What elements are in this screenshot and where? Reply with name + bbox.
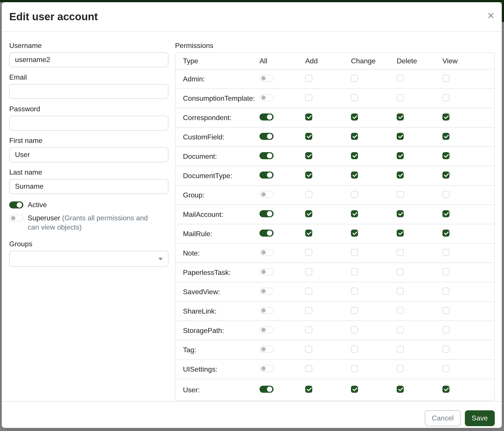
view-checkbox[interactable]: [442, 74, 450, 81]
cancel-button[interactable]: Cancel: [425, 410, 461, 426]
delete-checkbox[interactable]: [397, 210, 404, 217]
delete-checkbox[interactable]: [397, 307, 404, 314]
add-checkbox[interactable]: [305, 326, 312, 333]
change-checkbox[interactable]: [351, 74, 358, 81]
last-name-field[interactable]: [9, 179, 168, 194]
add-checkbox[interactable]: [305, 152, 312, 159]
delete-checkbox[interactable]: [397, 171, 404, 178]
change-checkbox[interactable]: [351, 229, 358, 236]
view-checkbox[interactable]: [442, 229, 450, 236]
add-checkbox[interactable]: [305, 74, 312, 81]
all-toggle[interactable]: [260, 171, 274, 178]
add-checkbox[interactable]: [305, 229, 312, 236]
view-checkbox[interactable]: [442, 287, 450, 295]
username-input[interactable]: [9, 52, 168, 67]
save-button[interactable]: Save: [465, 410, 495, 426]
all-toggle[interactable]: [260, 365, 274, 372]
delete-checkbox[interactable]: [397, 268, 404, 275]
view-checkbox[interactable]: [442, 307, 450, 314]
change-checkbox[interactable]: [351, 249, 358, 256]
change-checkbox[interactable]: [351, 345, 358, 352]
delete-checkbox[interactable]: [397, 191, 404, 198]
all-toggle[interactable]: [260, 307, 274, 314]
delete-checkbox[interactable]: [397, 229, 404, 236]
superuser-toggle[interactable]: [9, 215, 23, 222]
add-checkbox[interactable]: [305, 268, 312, 275]
change-checkbox[interactable]: [351, 191, 358, 198]
all-toggle[interactable]: [260, 229, 274, 236]
view-checkbox[interactable]: [442, 345, 450, 352]
add-checkbox[interactable]: [305, 249, 312, 256]
change-checkbox[interactable]: [351, 210, 358, 217]
view-checkbox[interactable]: [442, 94, 450, 101]
add-checkbox[interactable]: [305, 287, 312, 295]
change-checkbox[interactable]: [351, 365, 358, 372]
change-checkbox[interactable]: [351, 133, 358, 140]
password-field[interactable]: [9, 116, 168, 131]
delete-checkbox[interactable]: [397, 287, 404, 295]
change-checkbox[interactable]: [351, 113, 358, 120]
add-checkbox[interactable]: [305, 171, 312, 178]
first-name-field[interactable]: [9, 147, 168, 162]
permission-row-admin: Admin:: [175, 69, 494, 88]
add-checkbox[interactable]: [305, 113, 312, 120]
delete-checkbox[interactable]: [397, 365, 404, 372]
close-icon[interactable]: ✕: [485, 10, 496, 22]
add-checkbox[interactable]: [305, 345, 312, 352]
add-checkbox[interactable]: [305, 210, 312, 217]
add-checkbox[interactable]: [305, 386, 312, 393]
view-checkbox[interactable]: [442, 133, 450, 140]
delete-checkbox[interactable]: [397, 386, 404, 393]
view-checkbox[interactable]: [442, 326, 450, 333]
all-toggle[interactable]: [260, 326, 274, 333]
all-toggle[interactable]: [260, 152, 274, 159]
view-checkbox[interactable]: [442, 210, 450, 217]
view-checkbox[interactable]: [442, 365, 450, 372]
change-checkbox[interactable]: [351, 307, 358, 314]
view-checkbox[interactable]: [442, 171, 450, 178]
delete-checkbox[interactable]: [397, 249, 404, 256]
permissions-table: Type All Add Change Delete View Admin:Co…: [175, 52, 495, 401]
all-toggle[interactable]: [260, 74, 274, 81]
view-checkbox[interactable]: [442, 249, 450, 256]
delete-checkbox[interactable]: [397, 326, 404, 333]
change-checkbox[interactable]: [351, 287, 358, 295]
change-checkbox[interactable]: [351, 171, 358, 178]
all-toggle[interactable]: [260, 210, 274, 217]
view-checkbox[interactable]: [442, 113, 450, 120]
view-checkbox[interactable]: [442, 191, 450, 198]
all-toggle[interactable]: [260, 94, 274, 101]
add-checkbox[interactable]: [305, 94, 312, 101]
view-checkbox[interactable]: [442, 152, 450, 159]
all-toggle[interactable]: [260, 386, 274, 393]
add-checkbox[interactable]: [305, 307, 312, 314]
delete-checkbox[interactable]: [397, 74, 404, 81]
all-toggle[interactable]: [260, 113, 274, 120]
add-checkbox[interactable]: [305, 191, 312, 198]
all-toggle[interactable]: [260, 287, 274, 295]
delete-checkbox[interactable]: [397, 152, 404, 159]
add-checkbox[interactable]: [305, 365, 312, 372]
all-toggle[interactable]: [260, 191, 274, 198]
active-toggle[interactable]: [9, 201, 23, 208]
change-checkbox[interactable]: [351, 268, 358, 275]
groups-select[interactable]: [9, 251, 168, 267]
delete-checkbox[interactable]: [397, 113, 404, 120]
change-checkbox[interactable]: [351, 94, 358, 101]
change-checkbox[interactable]: [351, 326, 358, 333]
all-toggle[interactable]: [260, 345, 274, 352]
delete-checkbox[interactable]: [397, 345, 404, 352]
view-checkbox[interactable]: [442, 386, 450, 393]
email-field[interactable]: [9, 84, 168, 99]
delete-checkbox[interactable]: [397, 94, 404, 101]
view-checkbox[interactable]: [442, 268, 450, 275]
all-toggle[interactable]: [260, 249, 274, 256]
change-checkbox[interactable]: [351, 386, 358, 393]
all-toggle[interactable]: [260, 133, 274, 140]
change-checkbox[interactable]: [351, 152, 358, 159]
permission-type-label: MailRule:: [175, 230, 255, 238]
add-checkbox[interactable]: [305, 133, 312, 140]
last-name-label: Last name: [9, 168, 168, 177]
all-toggle[interactable]: [260, 268, 274, 275]
delete-checkbox[interactable]: [397, 133, 404, 140]
